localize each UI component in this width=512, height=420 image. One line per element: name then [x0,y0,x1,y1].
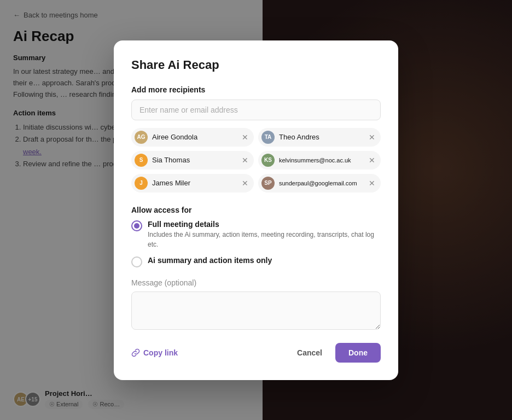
chip-sunder-paul: SP sunderpaul@googlemail.com ✕ [258,174,381,192]
chip-name-james-miler: James Miler [152,179,237,187]
radio-full-meeting-circle[interactable] [131,220,142,231]
remove-sunder-paul[interactable]: ✕ [369,179,375,187]
radio-full-meeting-label: Full meeting details [148,220,381,229]
cancel-button[interactable]: Cancel [290,344,329,361]
chip-name-sunder-paul: sunderpaul@googlemail.com [279,180,364,186]
chip-james-miler: J James Miler ✕ [131,174,254,192]
chip-name-airee-gondola: Airee Gondola [152,133,237,141]
radio-full-meeting-text: Full meeting details Includes the Ai sum… [148,220,381,249]
radio-summary-only-text: Ai summary and action items only [148,256,381,265]
avatar-airee-gondola: AG [135,131,148,144]
copy-link-label: Copy link [143,348,178,357]
modal-title: Share Ai Recap [131,58,381,72]
remove-james-miler[interactable]: ✕ [242,179,248,187]
recipient-input[interactable] [131,100,381,120]
add-recipients-heading: Add more recipients [131,85,381,94]
chip-kelvin-summers: KS kelvinsummers@noc.ac.uk ✕ [258,151,381,170]
done-button[interactable]: Done [335,343,381,363]
remove-kelvin-summers[interactable]: ✕ [369,156,375,164]
avatar-kelvin-summers: KS [261,154,275,167]
avatar-sunder-paul: SP [261,177,275,190]
remove-theo-andres[interactable]: ✕ [369,133,375,141]
link-icon [131,348,140,357]
remove-sia-thomas[interactable]: ✕ [242,156,248,164]
message-label: Message (optional) [131,278,381,287]
message-textarea[interactable] [131,291,381,330]
share-modal: Share Ai Recap Add more recipients AG Ai… [114,40,398,380]
avatar-james-miler: J [135,177,148,190]
modal-footer: Copy link Cancel Done [131,343,381,363]
copy-link-button[interactable]: Copy link [131,348,178,357]
chip-name-sia-thomas: Sia Thomas [152,156,237,164]
access-section: Allow access for Full meeting details In… [131,206,381,267]
radio-full-meeting[interactable]: Full meeting details Includes the Ai sum… [131,220,381,249]
recipients-grid: AG Airee Gondola ✕ TA Theo Andres ✕ S Si… [131,128,381,192]
chip-name-kelvin-summers: kelvinsummers@noc.ac.uk [279,157,364,164]
radio-summary-only-circle[interactable] [131,256,142,267]
remove-airee-gondola[interactable]: ✕ [242,133,248,141]
radio-full-meeting-desc: Includes the Ai summary, action items, m… [148,230,381,249]
message-label-text: Message [131,278,162,287]
radio-summary-only-label: Ai summary and action items only [148,256,381,265]
chip-sia-thomas: S Sia Thomas ✕ [131,151,254,170]
chip-theo-andres: TA Theo Andres ✕ [258,128,381,147]
modal-overlay: Share Ai Recap Add more recipients AG Ai… [0,0,512,420]
footer-right-buttons: Cancel Done [290,343,381,363]
chip-name-theo-andres: Theo Andres [279,133,364,141]
chip-airee-gondola: AG Airee Gondola ✕ [131,128,254,147]
avatar-theo-andres: TA [261,131,275,144]
message-optional-text: (optional) [165,278,196,287]
avatar-sia-thomas: S [135,154,148,167]
access-heading: Allow access for [131,206,381,214]
radio-summary-only[interactable]: Ai summary and action items only [131,256,381,267]
